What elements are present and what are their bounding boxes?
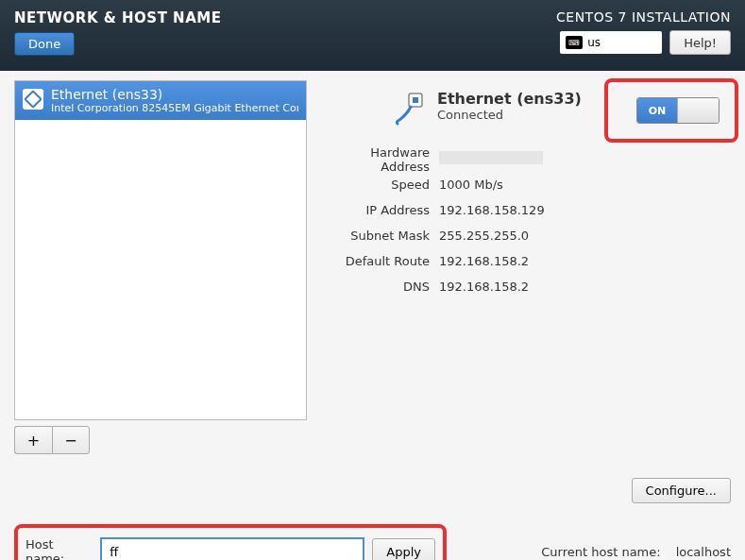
device-list[interactable]: Ethernet (ens33) Intel Corporation 82545… <box>14 80 307 420</box>
detail-label: Speed <box>326 178 439 192</box>
details-table: Hardware Address Speed 1000 Mb/s IP Addr… <box>326 146 731 299</box>
connection-toggle[interactable]: ON <box>636 97 720 124</box>
apply-button[interactable]: Apply <box>372 538 435 561</box>
header-controls: ⌨ us Help! <box>560 30 731 55</box>
page-title: NETWORK & HOST NAME <box>14 9 221 26</box>
current-hostname-label: Current host name: <box>541 545 660 559</box>
detail-row-subnet: Subnet Mask 255.255.255.0 <box>326 223 731 248</box>
device-list-item[interactable]: Ethernet (ens33) Intel Corporation 82545… <box>15 81 306 120</box>
keyboard-indicator[interactable]: ⌨ us <box>560 31 662 54</box>
device-description: Intel Corporation 82545EM Gigabit Ethern… <box>51 102 298 114</box>
hostname-label: Host name: <box>25 537 93 560</box>
ethernet-icon <box>23 89 43 110</box>
device-header-text: Ethernet (ens33) Connected <box>437 90 582 122</box>
header-right: CENTOS 7 INSTALLATION ⌨ us Help! <box>556 9 731 55</box>
content-area: Ethernet (ens33) Intel Corporation 82545… <box>0 71 745 524</box>
detail-value: 192.168.158.2 <box>439 254 529 268</box>
detail-row-speed: Speed 1000 Mb/s <box>326 172 731 197</box>
detail-value: 255.255.255.0 <box>439 229 529 243</box>
device-name: Ethernet (ens33) <box>51 87 298 102</box>
left-panel: Ethernet (ens33) Intel Corporation 82545… <box>14 80 307 515</box>
header-left: NETWORK & HOST NAME Done <box>14 9 221 56</box>
configure-button[interactable]: Configure... <box>632 478 731 503</box>
add-device-button[interactable]: + <box>14 426 52 454</box>
help-button[interactable]: Help! <box>669 30 731 55</box>
detail-value: 192.168.158.2 <box>439 280 529 294</box>
device-status: Connected <box>437 108 582 122</box>
current-hostname-value: localhost <box>676 545 731 559</box>
toggle-handle <box>677 98 719 123</box>
bottom-row: Host name: Apply Current host name: loca… <box>0 524 745 560</box>
detail-row-route: Default Route 192.168.158.2 <box>326 248 731 274</box>
detail-value-redacted <box>439 151 543 167</box>
remove-device-button[interactable]: − <box>52 426 90 454</box>
list-buttons: + − <box>14 426 307 454</box>
device-title: Ethernet (ens33) <box>437 90 582 108</box>
header-bar: NETWORK & HOST NAME Done CENTOS 7 INSTAL… <box>0 0 745 71</box>
svg-rect-1 <box>413 97 418 103</box>
detail-label: DNS <box>326 280 439 294</box>
done-button[interactable]: Done <box>14 32 75 56</box>
toggle-on-label: ON <box>637 98 677 123</box>
hostname-input[interactable] <box>100 537 364 560</box>
detail-label: IP Address <box>326 203 439 217</box>
keyboard-icon: ⌨ <box>566 36 583 49</box>
detail-value: 1000 Mb/s <box>439 178 503 192</box>
detail-row-ip: IP Address 192.168.158.129 <box>326 197 731 223</box>
right-panel: ON Ethernet (ens33) Connected Hardware A… <box>316 80 731 515</box>
hostname-highlight-box: Host name: Apply <box>14 524 447 560</box>
ethernet-plug-icon <box>392 90 430 127</box>
detail-row-hardware: Hardware Address <box>326 146 731 172</box>
installer-title: CENTOS 7 INSTALLATION <box>556 9 731 25</box>
keyboard-layout-label: us <box>587 36 601 49</box>
detail-label: Hardware Address <box>326 145 439 174</box>
current-hostname: Current host name: localhost <box>541 545 731 559</box>
detail-label: Subnet Mask <box>326 229 439 243</box>
detail-row-dns: DNS 192.168.158.2 <box>326 274 731 299</box>
detail-value: 192.168.158.129 <box>439 203 545 217</box>
detail-label: Default Route <box>326 254 439 268</box>
device-text: Ethernet (ens33) Intel Corporation 82545… <box>51 87 298 114</box>
